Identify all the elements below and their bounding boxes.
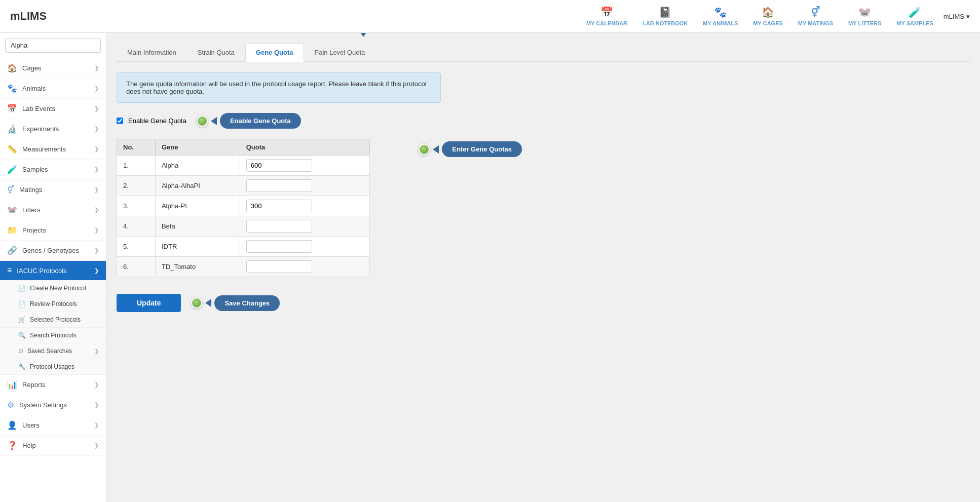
cart-icon: 🛒 <box>18 316 26 323</box>
content-area: Gene Quota Main Information Strain Quota… <box>117 43 970 312</box>
sidebar-item-projects[interactable]: 📁 Projects ❯ <box>0 220 106 241</box>
enable-bubble-text: Enable Gene Quota <box>220 113 301 129</box>
quota-input-1[interactable] <box>246 179 312 192</box>
sidebar-sub-create-protocol[interactable]: 📄 Create New Protocol <box>0 281 106 296</box>
sidebar-label-experiments: Experiments <box>22 125 59 133</box>
sidebar-label-measurements: Measurements <box>22 145 66 153</box>
sidebar-item-genes[interactable]: 🔗 Genes / Genotypes ❯ <box>0 241 106 261</box>
tab-strain-quota-label: Strain Quota <box>198 49 235 56</box>
cages-icon: 🏠 <box>762 6 774 18</box>
sidebar-label-settings: System Settings <box>19 401 67 409</box>
cell-quota-1 <box>240 176 369 196</box>
chevron-right-icon: ❯ <box>94 381 99 388</box>
nav-litters[interactable]: 🐭 MY LITTERS <box>848 6 881 26</box>
save-bubble-arrow <box>205 299 211 307</box>
quota-input-0[interactable] <box>246 159 312 172</box>
nav-samples[interactable]: 🧪 MY SAMPLES <box>896 6 933 26</box>
search-input[interactable] <box>5 38 101 53</box>
nav-matings[interactable]: ⚥ MY MATINGS <box>798 6 833 26</box>
sidebar-sub-label-saved: Saved Searches <box>27 347 72 355</box>
doc-icon: 📄 <box>18 285 26 292</box>
sidebar-item-cages[interactable]: 🏠 Cages ❯ <box>0 58 106 79</box>
sidebar-item-matings[interactable]: ⚥ Matings ❯ <box>0 180 106 200</box>
sidebar-item-iacuc[interactable]: ≡ IACUC Protocols ❯ <box>0 261 106 281</box>
nav-cages[interactable]: 🏠 MY CAGES <box>753 6 782 26</box>
sidebar-search-area <box>0 33 106 58</box>
sidebar-item-litters[interactable]: 🐭 Litters ❯ <box>0 200 106 220</box>
chevron-right-icon: ❯ <box>94 402 99 408</box>
enable-gene-quota-row: Enable Gene Quota Enable Gene Quota <box>117 113 970 129</box>
sidebar-item-experiments[interactable]: 🔬 Experiments ❯ <box>0 119 106 139</box>
projects-sidebar-icon: 📁 <box>7 225 17 235</box>
users-sidebar-icon: 👤 <box>7 420 17 430</box>
sidebar-sub-label-selected: Selected Protocols <box>30 316 81 323</box>
cell-gene-2: Alpha-PI <box>155 196 240 216</box>
sidebar-label-animals: Animals <box>22 85 46 92</box>
update-button[interactable]: Update <box>117 294 181 312</box>
sidebar-item-users[interactable]: 👤 Users ❯ <box>0 415 106 436</box>
sidebar-sub-selected-protocols[interactable]: 🛒 Selected Protocols <box>0 312 106 328</box>
save-bubble-text: Save Changes <box>214 295 280 311</box>
samples-icon: 🧪 <box>909 6 921 18</box>
nav-notebook[interactable]: 📓 LAB NOTEBOOK <box>643 6 688 26</box>
cell-quota-2 <box>240 196 369 216</box>
enter-bubble-text: Enter Gene Quotas <box>442 141 522 157</box>
enable-dot-indicator <box>197 115 208 127</box>
enable-gene-quota-checkbox[interactable] <box>117 118 123 124</box>
sidebar-sub-label-create: Create New Protocol <box>30 285 86 292</box>
sidebar-label-iacuc: IACUC Protocols <box>17 267 66 275</box>
chevron-right-icon: ❯ <box>94 442 99 449</box>
sidebar-label-users: Users <box>22 421 40 429</box>
matings-icon: ⚥ <box>811 6 820 18</box>
sidebar-label-projects: Projects <box>22 226 46 234</box>
sidebar-item-measurements[interactable]: 📏 Measurements ❯ <box>0 139 106 160</box>
tab-pain-level-label: Pain Level Quota <box>315 49 365 56</box>
tab-gene-quota[interactable]: Gene Quota <box>245 43 304 62</box>
quota-input-4[interactable] <box>246 240 312 253</box>
measurements-sidebar-icon: 📏 <box>7 144 17 154</box>
cell-gene-1: Alpha-AlhaPI <box>155 176 240 196</box>
nav-notebook-label: LAB NOTEBOOK <box>643 20 688 26</box>
nav-animals[interactable]: 🐾 MY ANIMALS <box>703 6 738 26</box>
tab-main-info[interactable]: Main Information <box>117 43 187 61</box>
litters-icon: 🐭 <box>858 6 871 18</box>
tab-pain-level[interactable]: Pain Level Quota <box>304 43 376 61</box>
user-menu[interactable]: mLIMS ▾ <box>944 13 970 20</box>
main-content: Gene Quota Main Information Strain Quota… <box>106 33 980 502</box>
sidebar-item-system-settings[interactable]: ⚙ System Settings ❯ <box>0 395 106 415</box>
table-row: 3. Alpha-PI <box>117 196 370 216</box>
gene-quota-bubble-arrow <box>359 33 367 37</box>
quota-input-2[interactable] <box>246 200 312 212</box>
sidebar-label-reports: Reports <box>22 381 46 389</box>
info-box-text: The gene quota information will be used … <box>126 80 427 95</box>
chevron-right-icon: ❯ <box>94 186 99 193</box>
nav-matings-label: MY MATINGS <box>798 20 833 26</box>
quota-input-5[interactable] <box>246 260 312 273</box>
cell-quota-3 <box>240 216 369 237</box>
cell-quota-4 <box>240 237 369 257</box>
animals-sidebar-icon: 🐾 <box>7 84 17 93</box>
tab-row-wrap: Gene Quota Main Information Strain Quota… <box>117 43 970 62</box>
sidebar-item-samples[interactable]: 🧪 Samples ❯ <box>0 160 106 180</box>
enter-dot-indicator <box>419 144 430 155</box>
sidebar-sub-review-protocols[interactable]: 📄 Review Protocols <box>0 296 106 312</box>
sidebar-item-lab-events[interactable]: 📅 Lab Events ❯ <box>0 99 106 119</box>
table-row: 4. Beta <box>117 216 370 237</box>
sidebar-sub-search-protocols[interactable]: 🔍 Search Protocols <box>0 328 106 343</box>
sidebar-item-animals[interactable]: 🐾 Animals ❯ <box>0 79 106 99</box>
sidebar-menu: 🏠 Cages ❯ 🐾 Animals ❯ 📅 Lab Events ❯ <box>0 58 106 502</box>
tab-strain-quota[interactable]: Strain Quota <box>187 43 245 61</box>
sidebar-sub-protocol-usages[interactable]: 🔧 Protocol Usages <box>0 359 106 375</box>
top-nav-items: 📅 MY CALENDAR 📓 LAB NOTEBOOK 🐾 MY ANIMAL… <box>586 6 933 26</box>
cell-no-2: 3. <box>117 196 156 216</box>
cell-gene-3: Beta <box>155 216 240 237</box>
sidebar-sub-saved-searches[interactable]: ⊙ Saved Searches ❯ <box>0 343 106 359</box>
sidebar-sub-label-review: Review Protocols <box>30 300 77 307</box>
user-dropdown-icon: ▾ <box>966 13 970 20</box>
gene-quota-table-container: No. Gene Quota 1. Alpha 2. Alpha-AlhaPI … <box>117 139 370 292</box>
nav-calendar[interactable]: 📅 MY CALENDAR <box>586 6 627 26</box>
sidebar-item-reports[interactable]: 📊 Reports ❯ <box>0 375 106 395</box>
sidebar-item-help[interactable]: ❓ Help ❯ <box>0 436 106 456</box>
quota-input-3[interactable] <box>246 220 312 233</box>
sidebar: 🏠 Cages ❯ 🐾 Animals ❯ 📅 Lab Events ❯ <box>0 33 106 502</box>
